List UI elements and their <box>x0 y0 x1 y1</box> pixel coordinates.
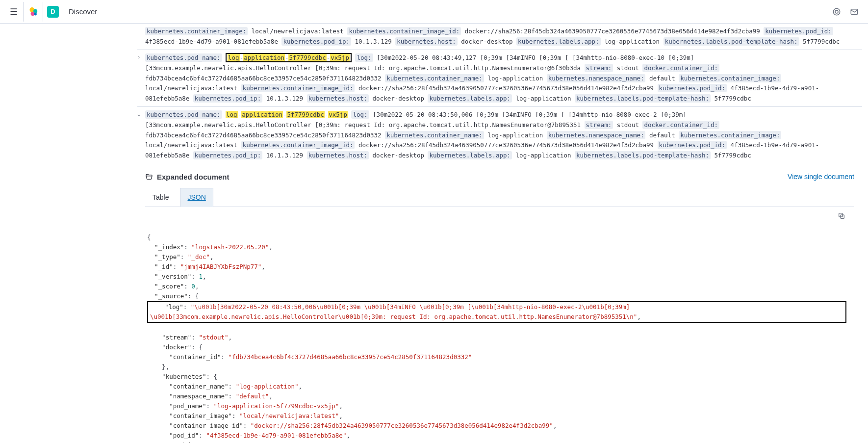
page-title: Discover <box>69 7 97 16</box>
field-value: 10.1.3.129 <box>266 152 303 159</box>
menu-button[interactable]: ☰ <box>4 2 24 22</box>
svg-point-5 <box>835 10 838 13</box>
highlight: vx5jp <box>328 111 348 118</box>
expand-toggle[interactable]: › <box>137 53 141 62</box>
field-value: stdout <box>617 64 639 72</box>
svg-point-3 <box>34 13 37 16</box>
expanded-title: Expanded document <box>145 173 230 181</box>
field-value: docker://sha256:28f45db324a4639050777ce3… <box>358 141 654 149</box>
field-label: log: <box>355 53 373 62</box>
field-value: 5f7799cdbc <box>714 95 751 102</box>
field-label: docker.container_id: <box>642 121 719 129</box>
highlight: 5f7799cdbc <box>286 111 324 118</box>
field-label: kubernetes.labels.app: <box>516 37 601 46</box>
field-label: log: <box>351 110 369 119</box>
field-value: docker://sha256:28f45db324a4639050777ce3… <box>465 27 760 35</box>
topbar-right <box>831 6 864 18</box>
field-value: 4f385ecd-1b9e-4d79-a901-081efebb5a8e <box>145 38 278 45</box>
field-label: kubernetes.host: <box>307 151 369 159</box>
highlight: vx5jp <box>330 54 350 61</box>
highlight: log <box>228 54 240 61</box>
field-label: stream: <box>585 64 613 72</box>
field-label: kubernetes.pod_id: <box>658 141 727 149</box>
mail-icon[interactable] <box>848 6 860 18</box>
field-label: kubernetes.pod_ip: <box>193 151 262 159</box>
field-label: kubernetes.labels.pod-template-hash: <box>575 94 711 103</box>
highlight-annotation: log-application-5f7799cdbc-vx5jp <box>226 53 352 62</box>
hamburger-icon: ☰ <box>10 6 18 17</box>
field-label: kubernetes.labels.pod-template-hash: <box>664 37 799 46</box>
field-label: kubernetes.labels.app: <box>428 151 512 159</box>
elastic-logo-icon <box>27 6 39 18</box>
field-value: log-application <box>487 75 543 82</box>
field-label: kubernetes.container_image_id: <box>241 141 355 149</box>
expand-toggle[interactable]: ⌄ <box>137 110 141 119</box>
field-label: stream: <box>585 121 613 129</box>
tab-json[interactable]: JSON <box>180 188 213 207</box>
highlight: application <box>243 54 285 61</box>
topbar-left: ☰ D <box>4 2 63 22</box>
field-value: local/newrelicjava:latest <box>145 141 237 149</box>
field-label: kubernetes.pod_id: <box>764 27 833 35</box>
field-label: kubernetes.pod_id: <box>658 84 727 92</box>
field-value: local/newrelicjava:latest <box>252 27 344 35</box>
tab-table[interactable]: Table <box>145 188 176 207</box>
json-text: stream: stdout, docker: { container_id: … <box>147 334 557 443</box>
json-panel: { _index: logstash-2022.05.20, _type: _d… <box>145 207 854 443</box>
field-label: kubernetes.container_image_id: <box>241 84 355 92</box>
highlight: log <box>226 111 238 118</box>
field-label: kubernetes.namespace_name: <box>547 74 646 82</box>
doc-row: kubernetes.container_image: local/newrel… <box>137 24 862 50</box>
folder-open-icon <box>145 173 153 181</box>
field-value: docker-desktop <box>373 152 424 159</box>
newsfeed-icon[interactable] <box>831 6 842 18</box>
field-value: 5f7799cdbc <box>803 38 840 45</box>
app-badge: D <box>47 6 59 18</box>
field-label: kubernetes.host: <box>307 94 369 103</box>
field-value: fdb734bcea4c6bf4c3727d4685aa66bc8ce33957… <box>145 75 382 82</box>
svg-point-4 <box>833 8 840 15</box>
content-area: kubernetes.container_image: local/newrel… <box>0 24 868 443</box>
field-value: local/newrelicjava:latest <box>145 84 237 92</box>
field-label: docker.container_id: <box>642 64 719 72</box>
topbar: ☰ D Discover <box>0 0 868 24</box>
view-single-document-link[interactable]: View single document <box>788 173 854 181</box>
expanded-title-text: Expanded document <box>157 173 230 181</box>
doc-tabs: Table JSON <box>145 188 854 207</box>
field-value: log-application <box>516 95 571 102</box>
field-label: kubernetes.pod_ip: <box>193 94 262 103</box>
field-value: log-application <box>487 131 543 139</box>
field-value: docker://sha256:28f45db324a4639050777ce3… <box>358 84 654 92</box>
highlight: 5f7799cdbc <box>288 54 326 61</box>
field-value: default <box>649 131 675 139</box>
field-label: kubernetes.host: <box>395 37 457 46</box>
elastic-logo-button[interactable] <box>24 2 43 22</box>
expanded-header: Expanded document View single document <box>145 173 854 181</box>
field-value: log-application <box>516 152 571 159</box>
app-badge-button[interactable]: D <box>43 2 63 22</box>
highlight-annotation: log: \u001b[30m2022-05-20 08:43:50,006\u… <box>147 301 846 323</box>
field-label: kubernetes.container_name: <box>385 131 484 139</box>
field-label: kubernetes.labels.app: <box>428 94 512 103</box>
expanded-document: Expanded document View single document T… <box>137 164 862 443</box>
field-label: kubernetes.container_image_id: <box>347 27 461 35</box>
field-label: kubernetes.pod_ip: <box>281 37 351 46</box>
field-label: kubernetes.container_image: <box>679 131 781 139</box>
copy-button[interactable] <box>838 212 845 220</box>
field-value: default <box>649 75 675 82</box>
field-value: 10.1.3.129 <box>266 95 303 102</box>
json-text: { _index: logstash-2022.05.20, _type: _d… <box>147 234 273 300</box>
field-value: 10.1.3.129 <box>355 38 391 45</box>
field-label: kubernetes.pod_name: <box>145 110 222 119</box>
doc-row: › kubernetes.pod_name: log-application-5… <box>137 50 862 106</box>
field-label: kubernetes.pod_name: <box>145 53 222 62</box>
field-value: stdout <box>617 121 639 129</box>
field-label: kubernetes.container_name: <box>385 74 484 82</box>
field-label: kubernetes.container_image: <box>679 74 781 82</box>
doc-row: ⌄ kubernetes.pod_name: log-application-5… <box>137 106 862 163</box>
highlight: application <box>241 111 283 118</box>
field-value: docker-desktop <box>461 38 512 45</box>
field-label: kubernetes.namespace_name: <box>547 131 646 139</box>
field-value: 5f7799cdbc <box>714 152 751 159</box>
field-value: fdb734bcea4c6bf4c3727d4685aa66bc8ce33957… <box>145 131 382 139</box>
